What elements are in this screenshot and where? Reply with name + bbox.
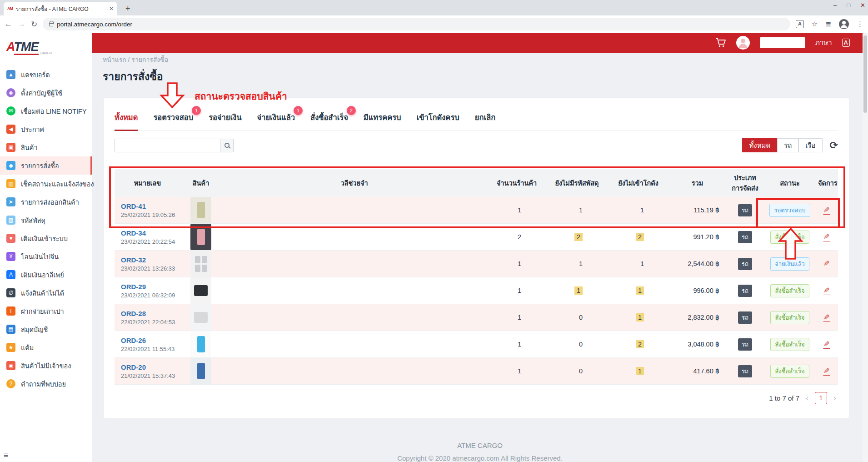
breadcrumb-home[interactable]: หน้าแรก <box>103 56 126 63</box>
sidebar-item-taobao-pay[interactable]: T ฝากจ่ายเถาเปา <box>0 302 92 320</box>
language-label[interactable]: ภาษา <box>815 37 832 48</box>
sidebar-item-points[interactable]: ★ แต้ม <box>0 338 92 357</box>
table-row: ORD-2622/02/2021 11:55:43 1 0 2 3,048.00… <box>115 331 838 358</box>
product-thumbnail-office-chair[interactable] <box>190 304 211 331</box>
translate-icon[interactable]: A <box>796 20 804 28</box>
language-translate-icon[interactable]: A <box>842 39 850 47</box>
browser-tab[interactable]: AM รายการสั่งซื้อ - ATME CARGO ✕ <box>4 2 117 15</box>
edit-pencil-icon[interactable]: ✎ <box>823 367 830 376</box>
sidebar-item-parcel-code[interactable]: ▧ รหัสพัสดุ <box>0 211 92 229</box>
window-maximize-button[interactable]: □ <box>847 2 850 9</box>
order-total: 996.00 ฿ <box>669 277 726 304</box>
site-favicon-icon: AM <box>7 6 13 11</box>
sidebar-item-label: สมุดบัญชี <box>21 324 48 335</box>
browser-menu-icon[interactable]: ⋮ <box>857 20 863 28</box>
tab-tracked[interactable]: มีแทรคครบ <box>364 111 401 131</box>
product-thumbnail-bottle-set[interactable] <box>190 251 211 277</box>
order-link[interactable]: ORD-32 <box>121 256 178 264</box>
product-thumbnail-pink-thermos[interactable] <box>190 224 211 250</box>
browser-tab-strip: AM รายการสั่งซื้อ - ATME CARGO ✕ + – □ ✕ <box>0 0 868 15</box>
sidebar-item-alipay-topup[interactable]: A เติมเงินอาลีเพย์ <box>0 266 92 284</box>
shops-count: 2 <box>487 224 546 251</box>
order-date: 23/02/2021 13:26:33 <box>121 265 178 272</box>
tab-purchase-success[interactable]: สั่งซื้อสำเร็จ 2 <box>310 111 348 131</box>
sidebar-item-dashboard[interactable]: ▲ แดชบอร์ด <box>0 65 92 84</box>
edit-pencil-icon[interactable]: ✎ <box>823 286 830 295</box>
column-header: หมายเลข <box>115 169 180 197</box>
browser-profile-avatar[interactable] <box>839 19 849 29</box>
tab-cancelled[interactable]: ยกเลิก <box>475 111 495 131</box>
sidebar-item-check-status[interactable]: ▥ เช็คสถานะและแจ้งส่งของ <box>0 175 92 193</box>
column-header: สินค้า <box>180 169 221 197</box>
forward-button[interactable]: → <box>18 20 25 29</box>
current-page-button[interactable]: 1 <box>815 392 827 404</box>
order-link[interactable]: ORD-26 <box>121 336 178 344</box>
window-close-button[interactable]: ✕ <box>860 2 865 9</box>
order-link[interactable]: ORD-28 <box>121 310 178 317</box>
order-link[interactable]: ORD-41 <box>121 202 178 210</box>
sidebar-item-label: แต้ม <box>21 342 34 353</box>
order-date: 21/02/2021 15:37:43 <box>121 372 178 379</box>
sidebar-item-export-list[interactable]: ➤ รายการส่งออกสินค้า <box>0 193 92 211</box>
sidebar-item-account-settings[interactable]: ☻ ตั้งค่าบัญชีผู้ใช้ <box>0 84 92 102</box>
scrollbar-thumb[interactable] <box>863 35 867 113</box>
tab-close-icon[interactable]: ✕ <box>109 5 114 12</box>
product-thumbnail-kettle[interactable] <box>190 197 211 223</box>
sidebar-item-products[interactable]: ▣ สินค้า <box>0 138 92 156</box>
back-button[interactable]: ← <box>5 20 12 29</box>
user-avatar[interactable] <box>736 36 750 50</box>
status-tabs: ทั้งหมด รอตรวจสอบ 1 รอจ่ายเงิน จ่ายเงินแ… <box>115 111 838 131</box>
product-thumbnail-backpack[interactable] <box>190 277 211 304</box>
product-thumbnail-blue-mug[interactable] <box>190 358 211 384</box>
sidebar-item-line-notify[interactable]: ✉ เชื่อมต่อ LINE NOTIFY <box>0 102 92 120</box>
edit-pencil-icon[interactable]: ✎ <box>823 206 830 215</box>
page-scrollbar[interactable] <box>863 33 868 462</box>
search-input[interactable] <box>115 139 220 152</box>
tab-label: จ่ายเงินแล้ว <box>257 113 295 121</box>
filter-button-all[interactable]: ทั้งหมด <box>742 138 777 152</box>
sidebar-item-label: รายการสั่งซื้อ <box>21 161 59 171</box>
shops-count: 1 <box>487 331 546 358</box>
sidebar-item-faq[interactable]: ? คำถามที่พบบ่อย <box>0 375 92 393</box>
order-link[interactable]: ORD-29 <box>121 283 178 291</box>
reading-list-icon[interactable]: ≣ <box>825 20 831 28</box>
wallet-icon: ▤ <box>6 325 15 334</box>
tab-pending-review[interactable]: รอตรวจสอบ 1 <box>153 111 193 131</box>
order-link[interactable]: ORD-20 <box>121 363 178 371</box>
reload-button[interactable]: ↻ <box>31 20 37 29</box>
sidebar-item-announcements[interactable]: ◀ ประกาศ <box>0 120 92 138</box>
filter-button-truck[interactable]: รถ <box>777 138 798 152</box>
piggy-bank-icon: ♥ <box>6 234 15 243</box>
sidebar-item-unowned-products[interactable]: ◉ สินค้าไม่มีเจ้าของ <box>0 357 92 375</box>
sidebar-item-account-book[interactable]: ▤ สมุดบัญชี <box>0 320 92 338</box>
order-link[interactable]: ORD-34 <box>121 229 178 237</box>
new-tab-button[interactable]: + <box>122 4 134 14</box>
edit-pencil-icon[interactable]: ✎ <box>823 232 830 241</box>
tab-paid[interactable]: จ่ายเงินแล้ว 1 <box>257 111 295 131</box>
page-title: รายการสั่งซื้อ <box>92 69 868 84</box>
sidebar-item-report-unavailable[interactable]: ∅ แจ้งสินค้าไม่ได้ <box>0 284 92 302</box>
edit-pencil-icon[interactable]: ✎ <box>823 340 830 349</box>
sidebar-item-transfer-china[interactable]: ¥ โอนเงินไปจีน <box>0 247 92 266</box>
memo-cell <box>221 304 487 331</box>
prev-page-icon[interactable]: ‹ <box>806 393 808 403</box>
sidebar-item-orders[interactable]: ◆ รายการสั่งซื้อ <box>0 156 92 175</box>
product-thumbnail-blue-bottle[interactable] <box>190 331 211 357</box>
edit-pencil-icon[interactable]: ✎ <box>823 313 830 322</box>
next-page-icon[interactable]: › <box>833 393 836 403</box>
refresh-table-icon[interactable]: ⟳ <box>830 140 838 151</box>
browser-toolbar: ← → ↻ portal.atmecargo.com/order A ☆ ≣ ⋮ <box>0 15 868 33</box>
cart-icon[interactable] <box>715 38 726 48</box>
tab-in-warehouse[interactable]: เข้าโกดังครบ <box>417 111 459 131</box>
brand-logo[interactable]: ATME CARGO <box>0 33 92 59</box>
sidebar-collapse-icon[interactable]: ≡ <box>4 451 8 460</box>
address-bar[interactable]: portal.atmecargo.com/order <box>43 18 790 30</box>
tab-all[interactable]: ทั้งหมด <box>115 111 138 131</box>
sidebar-item-topup-system[interactable]: ♥ เติมเงินเข้าระบบ <box>0 229 92 247</box>
bookmark-star-icon[interactable]: ☆ <box>812 20 818 28</box>
window-minimize-button[interactable]: – <box>833 2 837 9</box>
filter-button-ship[interactable]: เรือ <box>798 138 822 152</box>
tab-awaiting-payment[interactable]: รอจ่ายเงิน <box>209 111 241 131</box>
search-button[interactable] <box>220 139 234 152</box>
edit-pencil-icon[interactable]: ✎ <box>823 259 830 268</box>
